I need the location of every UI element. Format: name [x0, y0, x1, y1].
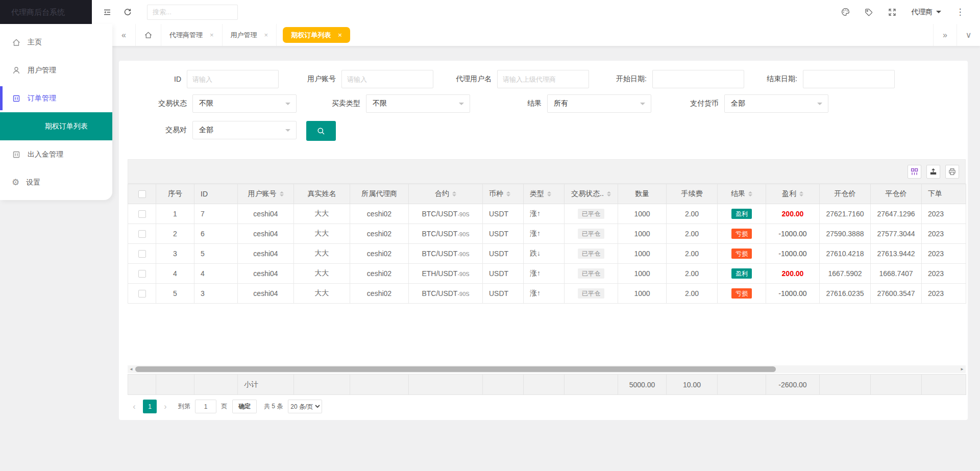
id-input[interactable]: [187, 70, 279, 88]
filter-start-date: 开始日期:: [603, 70, 744, 88]
table-row: 3 5 ceshi04 大大 ceshi02 BTC/USDT-90S USDT…: [128, 244, 966, 264]
theme-palette-icon[interactable]: [834, 0, 857, 24]
goto-page-input[interactable]: [195, 400, 216, 413]
home-icon: [12, 38, 21, 47]
tabs-scroll-left-icon[interactable]: «: [112, 24, 136, 46]
summary-row: 小计 5000.00 10.00 -2600.00: [128, 375, 966, 395]
table-zone: 序号 ID 用户账号 真实姓名 所属代理商 合约 币种 类型 交易状态.. 数量…: [128, 159, 966, 304]
table-row: 5 3 ceshi04 大大 ceshi02 BTC/USDT-90S USDT…: [128, 284, 966, 304]
sidebar-item-settings[interactable]: ⚙ 设置: [0, 168, 112, 196]
close-icon[interactable]: ×: [264, 31, 268, 39]
filter-result: 结果 所有: [523, 94, 651, 113]
pair-select[interactable]: 全部: [192, 121, 297, 139]
trade-status-select[interactable]: 不限: [192, 94, 297, 113]
header-result[interactable]: 结果: [718, 184, 766, 204]
export-button[interactable]: [926, 165, 940, 179]
close-icon[interactable]: ×: [338, 31, 342, 39]
sidebar: 主页 用户管理 订单管理 期权订单列表 出入金管理 ⚙ 设置: [0, 24, 112, 200]
row-checkbox[interactable]: [138, 210, 146, 218]
sidebar-item-user-management[interactable]: 用户管理: [0, 56, 112, 84]
page-size-select[interactable]: 20 条/页: [288, 400, 322, 413]
more-vertical-icon[interactable]: ⋮: [948, 0, 972, 24]
header-coin[interactable]: 币种: [483, 184, 524, 204]
goto-label: 到第: [178, 402, 190, 411]
scroll-left-icon[interactable]: ◄: [128, 365, 135, 373]
row-checkbox[interactable]: [138, 250, 146, 258]
order-icon: [12, 94, 21, 103]
status-badge: 已平仓: [578, 209, 604, 219]
current-page-button[interactable]: 1: [143, 400, 157, 413]
app-title: 代理商后台系统: [0, 0, 92, 24]
sidebar-subitem-option-order-list[interactable]: 期权订单列表: [0, 112, 112, 140]
start-date-input[interactable]: [652, 70, 744, 88]
scrollbar-thumb[interactable]: [135, 366, 776, 372]
tab-agent-management[interactable]: 代理商管理 ×: [161, 24, 223, 46]
profit-value: -1000.00: [778, 250, 806, 258]
summary-fee: 10.00: [667, 375, 718, 395]
caret-down-icon: [936, 11, 941, 16]
header-contract[interactable]: 合约: [409, 184, 483, 204]
horizontal-scrollbar[interactable]: ◄ ►: [128, 365, 966, 373]
row-checkbox[interactable]: [138, 230, 146, 238]
row-checkbox[interactable]: [138, 270, 146, 278]
fullscreen-icon[interactable]: [880, 0, 904, 24]
page-unit-label: 页: [221, 402, 227, 411]
sort-icon: [506, 191, 510, 196]
collapse-sidebar-icon[interactable]: [97, 0, 117, 24]
header-profit[interactable]: 盈利: [766, 184, 820, 204]
close-icon[interactable]: ×: [210, 31, 214, 39]
filter-trade-status: 交易状态 不限: [152, 94, 297, 113]
global-search-input[interactable]: [147, 5, 238, 20]
side-type-select[interactable]: 不限: [366, 94, 470, 113]
refresh-icon[interactable]: [117, 0, 138, 24]
header-type[interactable]: 类型: [524, 184, 565, 204]
tabs-dropdown-icon[interactable]: ∨: [957, 24, 980, 46]
result-select[interactable]: 所有: [547, 94, 651, 113]
confirm-page-button[interactable]: 确定: [232, 400, 257, 413]
select-all-checkbox[interactable]: [138, 190, 146, 198]
sidebar-item-home[interactable]: 主页: [0, 28, 112, 56]
search-icon: [316, 127, 326, 136]
account-input[interactable]: [341, 70, 433, 88]
search-button[interactable]: [306, 121, 336, 141]
sort-icon: [547, 191, 551, 196]
next-page-icon[interactable]: ›: [159, 400, 172, 413]
tab-option-orders[interactable]: 期权订单列表 ×: [283, 27, 350, 43]
tab-user-management[interactable]: 用户管理 ×: [223, 24, 277, 46]
summary-table: 小计 5000.00 10.00 -2600.00: [128, 374, 966, 395]
tab-home[interactable]: [136, 24, 161, 46]
sort-icon: [607, 191, 611, 196]
result-badge: 亏损: [731, 249, 752, 259]
filter-pair: 交易对 全部: [152, 121, 297, 139]
pagination: ‹ 1 › 到第 页 确定 共 5 条 20 条/页: [128, 400, 322, 413]
gear-icon: ⚙: [12, 178, 19, 187]
end-date-input[interactable]: [803, 70, 895, 88]
scroll-right-icon[interactable]: ►: [959, 365, 966, 373]
toggle-columns-button[interactable]: [908, 165, 921, 179]
profit-value: 200.00: [782, 210, 804, 218]
header-account[interactable]: 用户账号: [238, 184, 294, 204]
table-header-row: 序号 ID 用户账号 真实姓名 所属代理商 合约 币种 类型 交易状态.. 数量…: [128, 184, 966, 204]
table-row: 4 4 ceshi04 大大 ceshi02 ETH/USDT-90S USDT…: [128, 264, 966, 284]
top-navbar: 代理商 ⋮: [92, 0, 980, 24]
orders-table: 序号 ID 用户账号 真实姓名 所属代理商 合约 币种 类型 交易状态.. 数量…: [128, 184, 966, 304]
status-badge: 已平仓: [578, 229, 604, 239]
result-badge: 盈利: [731, 268, 752, 279]
filter-id: ID: [155, 70, 279, 88]
sidebar-item-order-management[interactable]: 订单管理: [0, 84, 112, 112]
sort-icon: [748, 191, 752, 196]
tabs-scroll-right-icon[interactable]: »: [933, 24, 957, 46]
sidebar-item-finance-management[interactable]: 出入金管理: [0, 140, 112, 168]
user-menu-label: 代理商: [911, 8, 933, 17]
tag-icon[interactable]: [857, 0, 880, 24]
pay-currency-select[interactable]: 全部: [724, 94, 828, 113]
header-order-time: 下单: [922, 184, 966, 204]
agent-input[interactable]: [497, 70, 589, 88]
table-row: 2 6 ceshi04 大大 ceshi02 BTC/USDT-90S USDT…: [128, 224, 966, 244]
header-trade-status[interactable]: 交易状态..: [565, 184, 618, 204]
prev-page-icon[interactable]: ‹: [128, 400, 141, 413]
print-button[interactable]: [945, 165, 959, 179]
row-checkbox[interactable]: [138, 290, 146, 298]
tab-bar: « 代理商管理 × 用户管理 × 期权订单列表 × » ∨: [112, 24, 980, 46]
user-menu[interactable]: 代理商: [904, 0, 948, 24]
